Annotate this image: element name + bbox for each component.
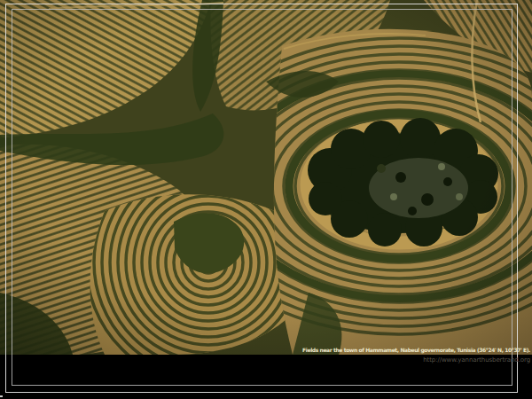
photo-caption: Fields near the town of Hammamet, Nabeul… bbox=[302, 348, 530, 354]
wallpaper-canvas: Fields near the town of Hammamet, Nabeul… bbox=[0, 0, 532, 399]
edge-artifact bbox=[0, 395, 3, 397]
aerial-photo bbox=[0, 0, 532, 355]
caption-block: Fields near the town of Hammamet, Nabeul… bbox=[302, 348, 530, 364]
aerial-photo-fields bbox=[0, 0, 532, 355]
credit-url: http://www.yannarthusbertrand.org bbox=[302, 356, 530, 364]
